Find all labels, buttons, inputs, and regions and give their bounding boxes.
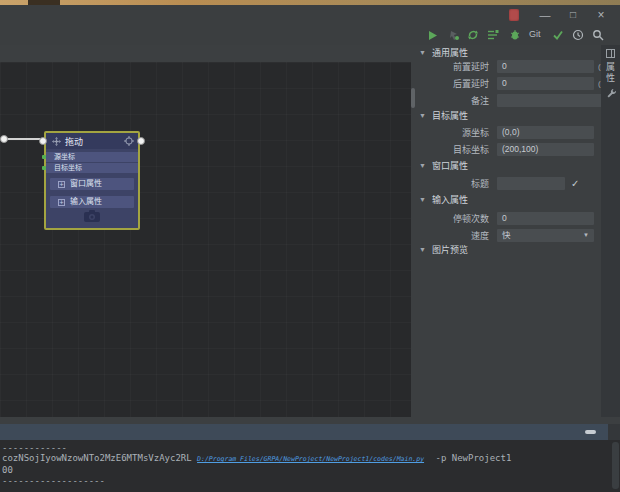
notification-icon[interactable]: [509, 9, 519, 21]
search-icon[interactable]: [591, 28, 605, 42]
camera-icon[interactable]: [84, 210, 100, 222]
field-label: 停顿次数: [425, 212, 489, 226]
terminal-scrollbar[interactable]: [612, 442, 619, 489]
right-tool-strip: 属性: [601, 45, 620, 417]
terminal-line: -------------------: [2, 476, 105, 486]
bug-icon[interactable]: [508, 28, 522, 42]
terminal-command-line: cozNSojIyowNzowNTo2MzE6MTMsVzAyc2RL D:/P…: [2, 453, 511, 463]
minimize-button[interactable]: —: [533, 5, 557, 25]
sync-icon[interactable]: [466, 28, 480, 42]
git-menu[interactable]: Git: [529, 29, 541, 39]
node-group-label: 窗口属性: [70, 178, 102, 190]
run-icon[interactable]: [425, 28, 439, 42]
terminal-args: -p NewProject1: [435, 453, 511, 463]
node-output-port[interactable]: [137, 137, 145, 145]
section-preview[interactable]: ▼ 图片预览: [419, 243, 468, 256]
node-group-window-props[interactable]: + 窗口属性: [50, 178, 134, 190]
section-title: 目标属性: [432, 109, 468, 122]
move-icon: [52, 137, 61, 146]
field-label: 备注: [425, 94, 489, 108]
terminal-token: cozNSojIyowNzowNTo2MzE6MTMsVzAyc2RL: [2, 453, 192, 463]
field-label: 速度: [425, 229, 489, 243]
debug-icon[interactable]: [447, 28, 461, 42]
collapse-icon: ▼: [419, 196, 426, 203]
properties-panel: ▼ 通用属性 前置延时 0 (ms) 后置延时 0 (ms) 备注 ▼ 目标属性…: [411, 45, 601, 417]
splitter[interactable]: [0, 417, 620, 424]
terminal-header[interactable]: [0, 424, 608, 440]
field-label: 标题: [425, 177, 489, 191]
flow-canvas[interactable]: 拖动 源坐标 目标坐标 + 窗口属性: [0, 62, 411, 417]
section-target[interactable]: ▼ 目标属性: [419, 109, 468, 122]
section-window[interactable]: ▼ 窗口属性: [419, 159, 468, 172]
field-label: 后置延时: [425, 77, 489, 91]
properties-tab[interactable]: 属性: [601, 49, 620, 98]
node-row-target-coord[interactable]: 目标坐标: [46, 163, 138, 173]
node-input-port[interactable]: [39, 137, 47, 145]
collapse-icon: ▼: [419, 112, 426, 119]
node-row-label: 源坐标: [54, 153, 75, 160]
section-input[interactable]: ▼ 输入属性: [419, 193, 468, 206]
collapse-icon: ▼: [419, 162, 426, 169]
expand-icon[interactable]: +: [58, 181, 65, 188]
panel-scrollbar-thumb[interactable]: [411, 88, 415, 108]
node-group-label: 输入属性: [70, 196, 102, 208]
commit-check-icon[interactable]: [551, 28, 565, 42]
pin-source-coord[interactable]: [42, 155, 46, 159]
maximize-button[interactable]: □: [561, 5, 585, 25]
collapse-icon: ▼: [419, 49, 426, 56]
terminal-output[interactable]: ------------ cozNSojIyowNzowNTo2MzE6MTMs…: [0, 440, 620, 492]
remark-input[interactable]: [497, 94, 609, 107]
properties-tab-label: 属性: [604, 62, 617, 84]
section-title: 图片预览: [432, 243, 468, 256]
terminal-line: 00: [2, 465, 13, 475]
node-titlebar[interactable]: 拖动: [46, 133, 138, 149]
field-label: 源坐标: [425, 126, 489, 140]
section-general[interactable]: ▼ 通用属性: [419, 46, 468, 59]
chevron-down-icon: ▼: [583, 229, 589, 242]
target-coord-input[interactable]: (200,100): [497, 143, 594, 156]
speed-value: 快: [502, 230, 511, 240]
pin-target-coord[interactable]: [42, 166, 46, 170]
panel-grid-icon: [606, 49, 615, 58]
node-title: 拖动: [65, 135, 83, 148]
history-icon[interactable]: [571, 28, 585, 42]
script-path-link[interactable]: D:/Program Files/GRPA/NewProject/NewProj…: [197, 455, 424, 463]
field-label: 前置延时: [425, 60, 489, 74]
toolbar: Git: [0, 25, 620, 45]
pre-delay-input[interactable]: 0: [497, 60, 594, 73]
close-button[interactable]: ×: [589, 5, 613, 25]
wire-endpoint[interactable]: [0, 135, 8, 143]
node-row-source-coord[interactable]: 源坐标: [46, 152, 138, 162]
terminal-line: ------------: [2, 443, 67, 453]
speed-select[interactable]: 快 ▼: [497, 229, 594, 242]
target-picker-icon[interactable]: [124, 136, 134, 146]
section-title: 通用属性: [432, 46, 468, 59]
drag-node[interactable]: 拖动 源坐标 目标坐标 + 窗口属性: [44, 131, 140, 230]
steps-list-icon[interactable]: [486, 28, 500, 42]
pause-count-input[interactable]: 0: [497, 212, 594, 225]
titlebar: — □ ×: [0, 5, 620, 25]
collapse-icon: ▼: [419, 246, 426, 253]
app-window: — □ ×: [0, 0, 620, 492]
post-delay-input[interactable]: 0: [497, 77, 594, 90]
source-coord-input[interactable]: (0,0): [497, 126, 594, 139]
check-icon[interactable]: ✓: [571, 177, 579, 190]
field-label: 目标坐标: [425, 143, 489, 157]
section-title: 输入属性: [432, 193, 468, 206]
section-title: 窗口属性: [432, 159, 468, 172]
terminal-header-corner: [608, 424, 620, 440]
expand-icon[interactable]: +: [58, 199, 65, 206]
node-row-label: 目标坐标: [54, 164, 82, 171]
window-title-input[interactable]: [497, 177, 565, 190]
wrench-icon: [606, 88, 616, 98]
node-group-input-props[interactable]: + 输入属性: [50, 196, 134, 208]
terminal-minimize-icon[interactable]: [585, 430, 596, 434]
